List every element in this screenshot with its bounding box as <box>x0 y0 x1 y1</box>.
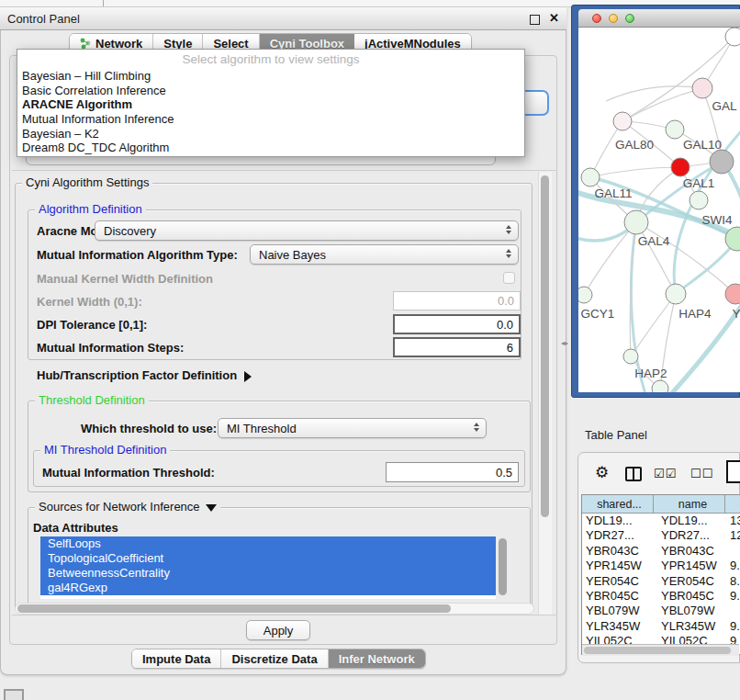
mi-type-combo[interactable]: Naive Bayes <box>250 244 519 265</box>
sources-group-toggle[interactable]: Sources for Network Inference <box>35 501 220 514</box>
horizontal-scroll-thumb[interactable] <box>17 604 451 613</box>
table-row[interactable]: YDL19...YDL19...13 <box>582 514 740 528</box>
minimize-button[interactable] <box>609 14 618 23</box>
new-table-icon[interactable] <box>726 460 740 483</box>
table-row[interactable]: YBR045CYBR045C9. <box>582 589 740 604</box>
column-header-1[interactable]: shared... <box>582 495 654 514</box>
network-edge[interactable] <box>622 88 702 121</box>
column-header-2[interactable]: name <box>654 495 725 514</box>
network-node[interactable] <box>613 112 632 130</box>
network-node[interactable] <box>623 349 638 364</box>
table-panel-title: Table Panel <box>585 428 647 442</box>
settings-scroll-thumb[interactable] <box>541 175 549 517</box>
table-cell[interactable]: YDR27... <box>582 528 654 543</box>
table-row[interactable]: YBR043CYBR043C <box>582 544 740 559</box>
dropdown-item[interactable]: Dream8 DC_TDC Algorithm <box>17 141 524 155</box>
mi-steps-field[interactable]: 6 <box>393 337 521 357</box>
table-cell[interactable]: YPR145W <box>654 559 725 573</box>
table-cell[interactable]: YBR043C <box>582 544 654 559</box>
apply-button[interactable]: Apply <box>246 620 310 640</box>
close-icon[interactable]: ✕ <box>549 11 559 25</box>
network-node[interactable] <box>710 150 734 174</box>
network-node[interactable] <box>652 380 668 392</box>
table-row[interactable]: YPR145WYPR145W9. <box>582 559 740 573</box>
table-cell[interactable]: 13 <box>725 514 740 528</box>
which-threshold-combo[interactable]: MI Threshold <box>218 418 487 438</box>
attribute-item[interactable]: gal4RGexp <box>40 581 496 595</box>
zoom-button[interactable] <box>625 14 634 23</box>
table-row[interactable]: YER054CYER054C8. <box>582 574 740 589</box>
attribute-item[interactable]: SelfLoops <box>40 536 496 551</box>
settings-horizontal-scrollbar[interactable] <box>15 603 534 615</box>
settings-scrollbar[interactable] <box>538 172 552 615</box>
network-node[interactable] <box>666 120 684 139</box>
select-all-columns-icon[interactable]: ☑☑ <box>654 467 677 480</box>
table-row[interactable]: YIL052CYIL052C9 <box>582 634 740 644</box>
network-edge[interactable] <box>584 222 636 295</box>
table-cell[interactable]: YDL19... <box>582 514 654 528</box>
network-node[interactable] <box>666 284 686 304</box>
table-cell[interactable]: 12 <box>725 528 740 543</box>
table-cell[interactable]: YBR045C <box>654 589 725 604</box>
table-cell[interactable]: YLR345W <box>582 619 654 634</box>
hub-definition-toggle[interactable]: Hub/Transcription Factor Definition <box>37 368 252 382</box>
dropdown-item[interactable]: Bayesian – K2 <box>17 127 524 141</box>
splitpane-handle-icon[interactable]: ◂▸ <box>561 339 568 347</box>
table-row[interactable]: YLR345WYLR345W9. <box>582 619 740 634</box>
dropdown-item[interactable]: Bayesian – Hill Climbing <box>17 69 524 84</box>
close-button[interactable] <box>592 14 601 23</box>
table-cell[interactable]: YBL079W <box>654 604 725 618</box>
table-cell[interactable]: YDL19... <box>654 514 725 528</box>
network-node[interactable] <box>725 28 740 46</box>
unselect-all-columns-icon[interactable]: ☐☐ <box>690 467 713 480</box>
mi-threshold-field[interactable]: 0.5 <box>386 462 519 482</box>
attribute-item[interactable]: BetweennessCentrality <box>40 566 496 581</box>
network-edge[interactable] <box>606 86 702 101</box>
table-cell[interactable]: YBL079W <box>582 604 654 618</box>
dropdown-item[interactable]: Basic Correlation Inference <box>17 84 524 98</box>
column-header-3[interactable]: A <box>725 495 740 514</box>
table-cell[interactable]: YBR043C <box>654 544 725 559</box>
float-window-icon[interactable] <box>530 15 540 25</box>
dpi-tolerance-field[interactable]: 0.0 <box>393 314 521 334</box>
network-node[interactable] <box>624 210 648 234</box>
table-cell[interactable]: YDR27... <box>654 528 725 543</box>
network-edge[interactable] <box>590 167 680 177</box>
table-cell[interactable]: YBR045C <box>582 589 654 604</box>
network-node[interactable] <box>581 168 600 186</box>
gear-icon[interactable]: ⚙ <box>595 464 609 482</box>
network-node[interactable] <box>690 191 708 209</box>
table-row[interactable]: YBL079WYBL079W <box>582 604 740 618</box>
dropdown-item[interactable]: Mutual Information Inference <box>17 112 524 127</box>
table-cell[interactable]: YIL052C <box>582 634 654 644</box>
table-cell[interactable]: 9. <box>725 619 740 634</box>
table-cell[interactable]: YER054C <box>654 574 725 589</box>
tab-infer-network[interactable]: Infer Network <box>329 649 425 668</box>
table-cell[interactable]: 9 <box>725 634 740 644</box>
table-cell[interactable]: YER054C <box>582 574 654 589</box>
columns-icon[interactable] <box>625 467 642 481</box>
table-cell[interactable]: YLR345W <box>654 619 725 634</box>
table-cell[interactable] <box>725 604 740 618</box>
table-row[interactable]: YDR27...YDR27...12 <box>582 528 740 543</box>
table-header-row: shared...nameA <box>582 495 740 514</box>
tab-discretize-data[interactable]: Discretize Data <box>221 649 328 668</box>
table-cell[interactable]: 9. <box>725 589 740 604</box>
table-horizontal-scrollbar[interactable] <box>582 644 739 656</box>
network-node[interactable] <box>692 78 712 98</box>
attributes-list-scrollbar[interactable] <box>499 538 507 595</box>
network-node[interactable] <box>578 287 592 303</box>
table-cell[interactable]: 8. <box>725 574 740 589</box>
aracne-mode-combo[interactable]: Discovery <box>95 220 519 241</box>
table-cell[interactable]: 9. <box>725 559 740 573</box>
tab-impute-data[interactable]: Impute Data <box>132 649 221 668</box>
data-attributes-list[interactable]: SelfLoopsTopologicalCoefficientBetweenne… <box>40 536 496 599</box>
attribute-item[interactable]: TopologicalCoefficient <box>40 551 496 566</box>
network-canvas[interactable]: GALGAL80GAL10GAL1GAL11SWI4GAL4GCY1HAP4YH… <box>578 28 740 392</box>
table-cell[interactable] <box>725 544 740 559</box>
table-cell[interactable]: YPR145W <box>582 559 654 573</box>
network-node[interactable] <box>671 158 690 176</box>
table-scroll-thumb[interactable] <box>584 647 731 654</box>
dropdown-item[interactable]: ARACNE Algorithm <box>17 97 524 112</box>
table-cell[interactable]: YIL052C <box>654 634 725 644</box>
